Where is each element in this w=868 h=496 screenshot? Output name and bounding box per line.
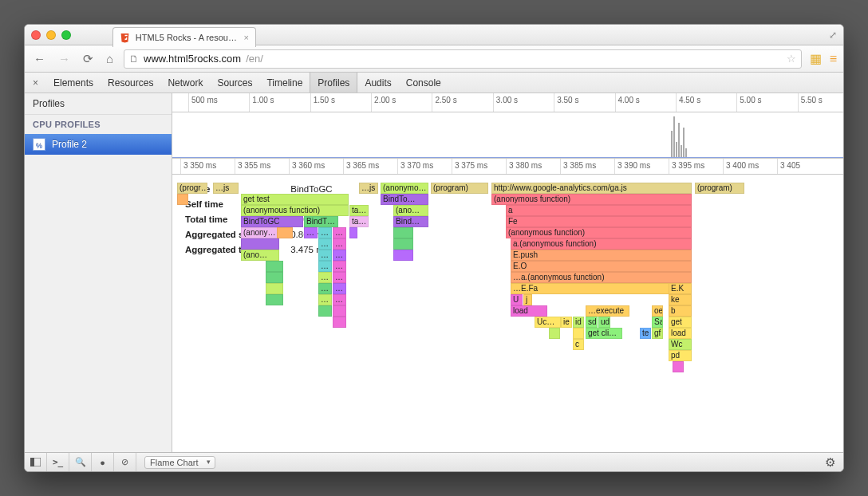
console-button[interactable]: >_ [47,453,69,471]
devtools-tab-elements[interactable]: Elements [46,73,101,93]
devtools-tab-audits[interactable]: Audits [357,73,398,93]
back-button[interactable]: ← [31,52,48,65]
flame-block[interactable] [573,328,584,339]
flame-block[interactable] [393,250,413,261]
flame-block[interactable]: …js [359,183,378,194]
flame-block[interactable]: (ano… [241,250,279,261]
flame-block[interactable]: Wc [669,339,692,350]
flame-block[interactable]: (anonymous function) [506,227,692,238]
devtools-tab-console[interactable]: Console [399,73,448,93]
flame-block[interactable]: BindToGC [241,216,303,227]
flame-block[interactable]: … [333,250,346,261]
flame-block[interactable]: … [318,250,332,261]
flame-block[interactable]: ta… [349,216,369,227]
flame-block[interactable]: Fe [506,216,692,227]
clear-button[interactable]: ⊘ [114,453,136,471]
flame-block[interactable]: E.K [669,283,692,294]
search-button[interactable]: 🔍 [69,453,92,471]
flame-block[interactable] [241,238,279,250]
flame-block[interactable]: a.(anonymous function) [511,238,692,250]
flame-block[interactable]: te [640,328,651,339]
flame-block[interactable]: (anonymous function) [241,205,349,216]
flame-block[interactable] [277,227,293,238]
flame-block[interactable] [318,305,332,317]
detail-ruler[interactable]: 3 350 ms3 355 ms3 360 ms3 365 ms3 370 ms… [172,159,843,175]
tab-close-icon[interactable]: × [244,33,249,42]
flame-block[interactable]: BindTo… [381,194,428,205]
zoom-window-button[interactable] [61,30,71,40]
close-window-button[interactable] [31,30,41,40]
home-button[interactable]: ⌂ [104,52,116,65]
forward-button[interactable]: → [56,52,73,65]
overview-ruler[interactable]: 500 ms1.00 s1.50 s2.00 s2.50 s3.00 s3.50… [172,93,843,112]
flame-block[interactable]: (anonymo… [381,183,428,194]
bookmark-star-icon[interactable]: ☆ [787,53,796,65]
flame-block[interactable]: (ano… [393,205,428,216]
flame-block[interactable] [177,194,188,205]
settings-gear-icon[interactable]: ⚙ [825,455,835,470]
expand-icon[interactable]: ⤢ [829,30,837,41]
overview-strip[interactable] [172,112,843,159]
flame-block[interactable]: get [669,317,692,328]
devtools-tab-resources[interactable]: Resources [101,73,160,93]
flame-block[interactable]: oe [652,305,663,317]
flame-block[interactable]: … [318,227,332,238]
view-select[interactable]: Flame Chart [144,456,215,469]
flame-block[interactable]: … [318,294,332,305]
flame-block[interactable]: gf [652,328,663,339]
flame-block[interactable]: … [304,227,318,238]
flame-block[interactable]: a [506,205,692,216]
flame-block[interactable]: c [573,339,584,350]
flame-block[interactable]: (anony… [241,227,279,238]
reload-button[interactable]: ⟳ [81,52,96,66]
devtools-tab-profiles[interactable]: Profiles [310,73,357,93]
record-button[interactable]: ● [92,453,114,471]
sidebar-item-profile-2[interactable]: % Profile 2 [25,134,172,155]
flame-block[interactable]: … [318,261,332,272]
flame-block[interactable]: U [511,294,523,305]
flame-block[interactable]: sd [586,317,598,328]
flame-block[interactable]: …js [213,183,239,194]
flame-chart[interactable]: NameBindToGCSelf time1.000 msTotal time4… [172,175,843,452]
flame-block[interactable]: ta… [349,205,369,216]
flame-block[interactable]: … [318,238,332,250]
flame-block[interactable]: get cli… [586,328,622,339]
flame-block[interactable]: (program) [695,183,744,194]
flame-block[interactable]: Bind… [393,216,428,227]
dock-button[interactable] [25,453,47,471]
flame-block[interactable]: id [573,317,584,328]
flame-block[interactable]: … [333,227,346,238]
flame-block[interactable] [333,317,346,328]
flame-block[interactable]: get test [241,194,349,205]
flame-block[interactable] [549,328,560,339]
devtools-tab-network[interactable]: Network [160,73,210,93]
flame-block[interactable]: ke [669,294,692,305]
flame-block[interactable]: … [333,238,346,250]
flame-block[interactable]: E.push [511,250,692,261]
flame-block[interactable]: load [511,305,547,317]
devtools-tab-timeline[interactable]: Timeline [259,73,310,93]
flame-block[interactable]: http://www.google-analytics.com/ga.js [491,183,692,194]
flame-block[interactable]: …a.(anonymous function) [511,272,692,283]
flame-block[interactable] [266,283,283,294]
flame-block[interactable]: E.O [511,261,692,272]
flame-block[interactable]: …execute [586,305,629,317]
flame-block[interactable] [349,227,357,238]
flame-block[interactable]: … [318,272,332,283]
flame-block[interactable]: … [333,261,346,272]
devtools-close-icon[interactable]: × [25,77,46,89]
browser-tab[interactable]: HTML5 Rocks - A resource × [112,27,256,47]
flame-block[interactable]: load [669,328,692,339]
flame-block[interactable]: (progr… [177,183,207,194]
url-bar[interactable]: 🗋 www.html5rocks.com/en/ ☆ [124,49,802,69]
flame-block[interactable]: pd [669,350,692,361]
flame-block[interactable] [673,361,684,372]
flame-block[interactable]: j [523,294,532,305]
flame-block[interactable] [393,227,413,238]
flame-block[interactable] [333,305,346,317]
menu-icon[interactable]: ≡ [830,52,837,66]
flame-block[interactable]: … [333,294,346,305]
flame-block[interactable] [266,294,283,305]
flame-block[interactable]: … [333,272,346,283]
flame-block[interactable] [266,272,283,283]
